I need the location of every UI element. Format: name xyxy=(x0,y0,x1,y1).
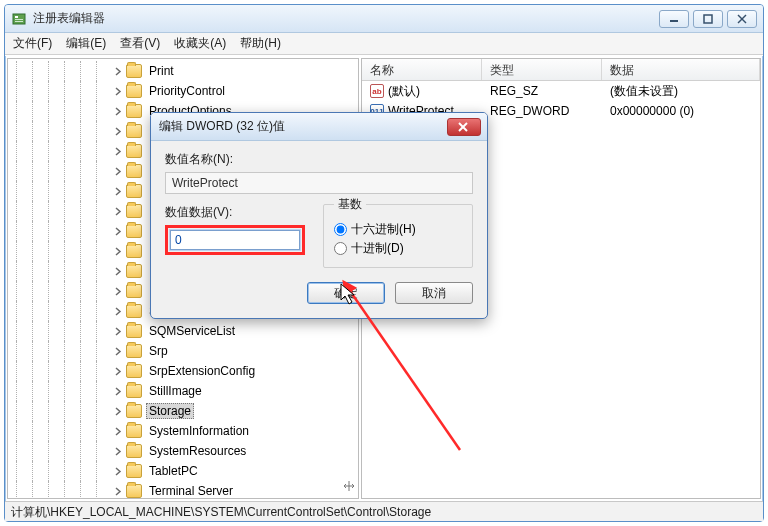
tree-label: SystemInformation xyxy=(146,423,252,439)
col-header-data[interactable]: 数据 xyxy=(602,59,760,80)
folder-icon xyxy=(126,164,142,178)
tree-item[interactable]: SystemInformation xyxy=(8,421,358,441)
list-header: 名称 类型 数据 xyxy=(362,59,760,81)
menubar: 文件(F) 编辑(E) 查看(V) 收藏夹(A) 帮助(H) xyxy=(5,33,763,55)
expand-icon[interactable] xyxy=(112,85,124,97)
tree-item[interactable]: SystemResources xyxy=(8,441,358,461)
maximize-button[interactable] xyxy=(693,10,723,28)
radix-hex-label: 十六进制(H) xyxy=(351,221,416,238)
expand-icon[interactable] xyxy=(112,165,124,177)
expand-icon[interactable] xyxy=(112,65,124,77)
folder-icon xyxy=(126,64,142,78)
tree-item[interactable]: Print xyxy=(8,61,358,81)
menu-view[interactable]: 查看(V) xyxy=(120,35,160,52)
tree-item[interactable]: PriorityControl xyxy=(8,81,358,101)
radix-hex-radio[interactable] xyxy=(334,223,347,236)
expand-icon[interactable] xyxy=(112,325,124,337)
cancel-button[interactable]: 取消 xyxy=(395,282,473,304)
menu-file[interactable]: 文件(F) xyxy=(13,35,52,52)
name-label: 数值名称(N): xyxy=(165,152,233,166)
value-name: (默认) xyxy=(388,83,420,100)
scroll-indicator-icon xyxy=(342,479,356,496)
folder-icon xyxy=(126,124,142,138)
expand-icon[interactable] xyxy=(112,145,124,157)
minimize-button[interactable] xyxy=(659,10,689,28)
folder-icon xyxy=(126,264,142,278)
svg-rect-3 xyxy=(15,21,23,22)
tree-label: Terminal Server xyxy=(146,483,236,499)
folder-icon xyxy=(126,304,142,318)
tree-item[interactable]: Storage xyxy=(8,401,358,421)
tree-item[interactable]: SrpExtensionConfig xyxy=(8,361,358,381)
menu-favorites[interactable]: 收藏夹(A) xyxy=(174,35,226,52)
tree-item[interactable]: Terminal Server xyxy=(8,481,358,499)
radix-label: 基数 xyxy=(334,196,366,213)
value-data: (数值未设置) xyxy=(602,83,760,100)
expand-icon[interactable] xyxy=(112,345,124,357)
expand-icon[interactable] xyxy=(112,305,124,317)
value-type: REG_SZ xyxy=(482,84,602,98)
folder-icon xyxy=(126,344,142,358)
expand-icon[interactable] xyxy=(112,265,124,277)
close-button[interactable] xyxy=(727,10,757,28)
tree-label: Storage xyxy=(146,403,194,419)
expand-icon[interactable] xyxy=(112,285,124,297)
menu-edit[interactable]: 编辑(E) xyxy=(66,35,106,52)
folder-icon xyxy=(126,224,142,238)
svg-rect-2 xyxy=(15,19,23,20)
col-header-name[interactable]: 名称 xyxy=(362,59,482,80)
ok-button[interactable]: 确定 xyxy=(307,282,385,304)
folder-icon xyxy=(126,484,142,498)
tree-item[interactable]: TabletPC xyxy=(8,461,358,481)
col-header-type[interactable]: 类型 xyxy=(482,59,602,80)
folder-icon xyxy=(126,184,142,198)
folder-icon xyxy=(126,284,142,298)
folder-icon xyxy=(126,364,142,378)
radix-group: 基数 十六进制(H) 十进制(D) xyxy=(323,196,473,268)
expand-icon[interactable] xyxy=(112,385,124,397)
titlebar[interactable]: 注册表编辑器 xyxy=(5,5,763,33)
radix-dec-label: 十进制(D) xyxy=(351,240,404,257)
dialog-titlebar[interactable]: 编辑 DWORD (32 位)值 xyxy=(151,113,487,141)
expand-icon[interactable] xyxy=(112,445,124,457)
window-controls xyxy=(659,10,757,28)
tree-label: SystemResources xyxy=(146,443,249,459)
expand-icon[interactable] xyxy=(112,405,124,417)
expand-icon[interactable] xyxy=(112,225,124,237)
tree-label: Srp xyxy=(146,343,171,359)
window-title: 注册表编辑器 xyxy=(33,10,659,27)
expand-icon[interactable] xyxy=(112,425,124,437)
menu-help[interactable]: 帮助(H) xyxy=(240,35,281,52)
expand-icon[interactable] xyxy=(112,365,124,377)
expand-icon[interactable] xyxy=(112,105,124,117)
tree-item[interactable]: Srp xyxy=(8,341,358,361)
tree-item[interactable]: StillImage xyxy=(8,381,358,401)
folder-icon xyxy=(126,424,142,438)
list-row[interactable]: ab(默认)REG_SZ(数值未设置) xyxy=(362,81,760,101)
dialog-close-button[interactable] xyxy=(447,118,481,136)
folder-icon xyxy=(126,204,142,218)
folder-icon xyxy=(126,144,142,158)
radix-dec-radio[interactable] xyxy=(334,242,347,255)
expand-icon[interactable] xyxy=(112,185,124,197)
name-display: WriteProtect xyxy=(165,172,473,194)
expand-icon[interactable] xyxy=(112,205,124,217)
tree-item[interactable]: SQMServiceList xyxy=(8,321,358,341)
tree-label: TabletPC xyxy=(146,463,201,479)
tree-label: SrpExtensionConfig xyxy=(146,363,258,379)
expand-icon[interactable] xyxy=(112,245,124,257)
expand-icon[interactable] xyxy=(112,125,124,137)
folder-icon xyxy=(126,444,142,458)
tree-label: StillImage xyxy=(146,383,205,399)
expand-icon[interactable] xyxy=(112,465,124,477)
folder-icon xyxy=(126,384,142,398)
edit-dword-dialog: 编辑 DWORD (32 位)值 数值名称(N): WriteProtect 数… xyxy=(150,112,488,319)
folder-icon xyxy=(126,244,142,258)
folder-icon xyxy=(126,324,142,338)
value-type-icon: ab xyxy=(370,84,384,98)
expand-icon[interactable] xyxy=(112,485,124,497)
tree-label: PriorityControl xyxy=(146,83,228,99)
value-type: REG_DWORD xyxy=(482,104,602,118)
value-input[interactable] xyxy=(170,230,300,250)
tree-label: SQMServiceList xyxy=(146,323,238,339)
